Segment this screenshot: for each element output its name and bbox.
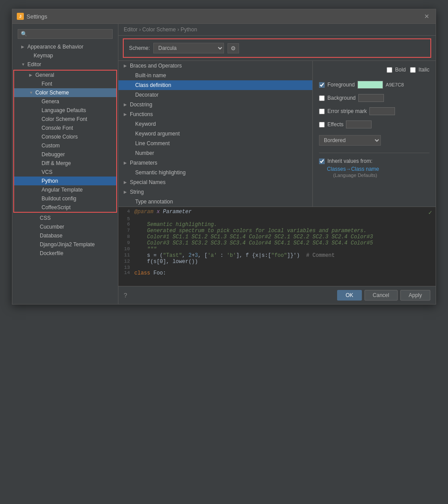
sidebar-item-label: Debugger [42, 151, 65, 158]
arrow-icon: ▶ [124, 190, 128, 194]
sidebar-item-general[interactable]: ▶ General [14, 71, 116, 79]
sidebar-item-label: General [35, 72, 54, 78]
color-item-label: Built-in name [135, 72, 166, 79]
error-stripe-row: Error stripe mark [319, 107, 429, 115]
sidebar-item-label: Language Defaults [42, 107, 86, 113]
cancel-button[interactable]: Cancel [364, 290, 398, 301]
sidebar-item-label: CoffeeScript [42, 204, 71, 211]
error-stripe-swatch[interactable] [369, 107, 395, 115]
italic-checkbox[interactable] [410, 67, 416, 73]
sidebar-item-appearance[interactable]: ▶ Appearance & Behavior [12, 42, 118, 51]
close-button[interactable]: ✕ [422, 12, 431, 21]
background-label: Background [327, 95, 356, 101]
error-stripe-label: Error stripe mark [327, 108, 367, 114]
color-item-braces[interactable]: ▶ Braces and Operators [118, 61, 312, 71]
code-line-8: 8 Color#1 SC1.1 SC1.2 SC1.3 SC1.4 Color#… [122, 234, 432, 240]
background-swatch[interactable] [358, 94, 384, 102]
sidebar-item-csf[interactable]: Color Scheme Font [14, 115, 116, 124]
sidebar-item-custom[interactable]: Custom [14, 141, 116, 150]
sidebar-item-css[interactable]: CSS [12, 214, 118, 222]
sidebar-item-label: Custom [42, 143, 60, 149]
color-item-linecomment[interactable]: Line Comment [118, 139, 312, 148]
sidebar-item-consolefont[interactable]: Console Font [14, 124, 116, 132]
line-num: 4 [122, 209, 134, 216]
code-content: @param x Parameter [134, 209, 192, 216]
code-line-6: 6 Semantic highlighting. [122, 222, 432, 228]
effects-checkbox[interactable] [319, 122, 325, 128]
sidebar-item-cucumber[interactable]: Cucumber [12, 222, 118, 231]
sidebar-item-label: Genera [42, 98, 59, 105]
sidebar-item-dockerfile[interactable]: Dockerfile [12, 249, 118, 258]
sidebar-item-colorscheme[interactable]: ▼ Color Scheme [14, 88, 116, 97]
sidebar-item-genera[interactable]: Genera [14, 97, 116, 106]
sidebar-item-keymap[interactable]: Keymap [12, 51, 118, 60]
color-item-builtin[interactable]: Built-in name [118, 71, 312, 80]
title-bar-left: J Settings [17, 13, 47, 20]
sidebar-item-langdefaults[interactable]: Language Defaults [14, 106, 116, 115]
code-line-5: 5 [122, 216, 432, 222]
sidebar-item-consolecolors[interactable]: Console Colors [14, 132, 116, 141]
foreground-swatch[interactable] [357, 81, 383, 89]
foreground-checkbox[interactable] [319, 82, 325, 88]
line-num: 7 [122, 228, 134, 234]
color-item-label: String [130, 189, 144, 195]
sidebar-item-label: Color Scheme [35, 90, 69, 96]
settings-window: J Settings ✕ ▶ Appearance & Behavior Key… [12, 9, 436, 305]
color-item-number[interactable]: Number [118, 148, 312, 158]
code-content: class Foo: [134, 270, 166, 276]
inherit-sub: (Language Defaults) [333, 173, 377, 178]
inherit-links: Classes→Class name (Language Defaults) [327, 166, 429, 178]
sidebar-item-label: Cucumber [40, 224, 64, 230]
foreground-row: Foreground A9E7C8 [319, 81, 429, 89]
color-item-functions[interactable]: ▶ Functions [118, 109, 312, 119]
sidebar-item-label: Keymap [34, 53, 53, 59]
sidebar-item-debugger[interactable]: Debugger [14, 150, 116, 159]
color-item-parameters[interactable]: ▶ Parameters [118, 158, 312, 168]
sidebar-item-font[interactable]: Font [14, 79, 116, 88]
sidebar-item-label: Color Scheme Font [42, 116, 87, 122]
sidebar-item-label: Editor [27, 61, 41, 68]
sidebar-item-label: Console Font [42, 125, 73, 131]
effects-swatch[interactable] [346, 120, 372, 128]
color-item-docstring[interactable]: ▶ Docstring [118, 100, 312, 109]
line-num: 13 [122, 265, 134, 270]
inherit-checkbox[interactable] [319, 158, 325, 164]
color-item-keyword[interactable]: Keyword [118, 119, 312, 129]
sidebar-item-buildout[interactable]: Buildout config [14, 194, 116, 203]
code-content: f(s[0], lower()) [134, 259, 198, 265]
search-input[interactable] [18, 29, 113, 39]
sidebar-item-angular[interactable]: Angular Template [14, 185, 116, 194]
arrow-icon: ▼ [21, 62, 26, 67]
sidebar-item-diffmerge[interactable]: Diff & Merge [14, 159, 116, 168]
sidebar-item-python[interactable]: Python [14, 177, 116, 185]
sidebar-item-vcs[interactable]: VCS [14, 168, 116, 177]
scheme-select[interactable]: Darcula Default High Contrast Monokai [153, 43, 224, 53]
sidebar-item-database[interactable]: Database [12, 231, 118, 240]
sidebar-item-coffeescript[interactable]: CoffeeScript [14, 203, 116, 212]
color-item-typeanno[interactable]: Type annotation [118, 197, 312, 207]
apply-button[interactable]: Apply [400, 290, 430, 301]
sidebar-item-django[interactable]: Django/Jinja2 Template [12, 240, 118, 249]
color-item-label: Keyword argument [135, 131, 180, 137]
ok-button[interactable]: OK [337, 290, 361, 301]
color-item-classdef[interactable]: Class definition [118, 80, 312, 90]
gear-button[interactable]: ⚙ [228, 43, 239, 53]
color-item-label: Line Comment [135, 140, 170, 147]
code-preview: 4 @param x Parameter ✓ 5 6 Semantic high… [118, 207, 436, 286]
help-button[interactable]: ? [124, 292, 127, 299]
sidebar-item-editor[interactable]: ▼ Editor [12, 60, 118, 69]
error-stripe-checkbox[interactable] [319, 109, 325, 114]
color-item-decorator[interactable]: Decorator [118, 90, 312, 100]
effects-select[interactable]: Bordered Underscored Bold Underscored Un… [319, 135, 381, 146]
color-item-label: Parameters [130, 160, 157, 166]
inherit-link[interactable]: Classes→Class name [327, 166, 379, 172]
color-item-string[interactable]: ▶ String [118, 187, 312, 197]
color-item-semantic[interactable]: Semantic highlighting [118, 168, 312, 177]
breadcrumb: Editor › Color Scheme › Python [118, 24, 436, 36]
background-checkbox[interactable] [319, 95, 325, 101]
bold-checkbox[interactable] [387, 67, 392, 73]
color-item-label: Braces and Operators [130, 63, 182, 69]
color-item-special[interactable]: ▶ Special Names [118, 177, 312, 187]
color-item-kwarg[interactable]: Keyword argument [118, 129, 312, 139]
code-param-var: x [156, 209, 163, 215]
